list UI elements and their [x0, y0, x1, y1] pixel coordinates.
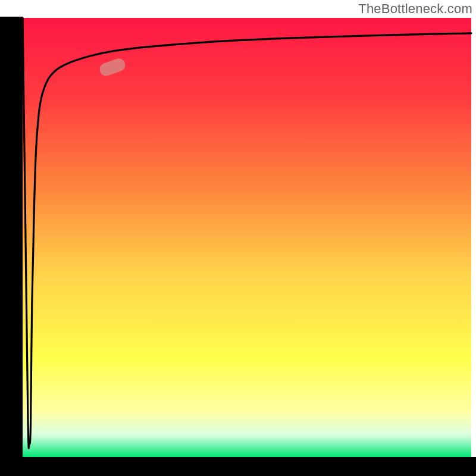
y-axis-bar	[0, 17, 23, 459]
bottleneck-chart	[0, 0, 476, 476]
x-axis-bar	[0, 457, 476, 476]
watermark-text: TheBottleneck.com	[358, 1, 472, 17]
chart-stage: TheBottleneck.com	[0, 0, 476, 476]
plot-background	[23, 18, 471, 457]
